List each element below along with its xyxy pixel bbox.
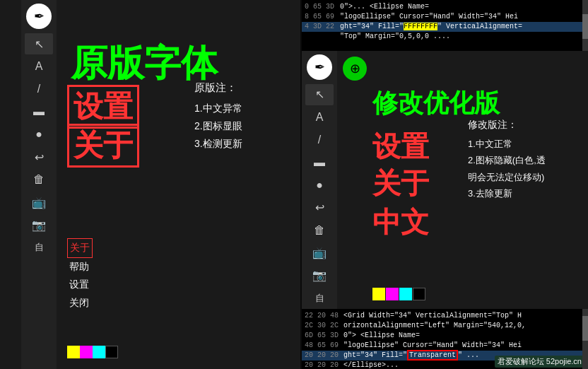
- left-menu-settings[interactable]: 设置: [67, 85, 139, 129]
- code-bottom-line-1: 22 20 48 <Grid Width="34" VerticalAlignm…: [302, 311, 588, 321]
- color-swatches: [67, 346, 118, 358]
- toolbar-self[interactable]: 自: [25, 237, 53, 258]
- left-note-1: 1.中文异常: [194, 100, 242, 117]
- right-note-3: 明会无法定位移动): [468, 169, 546, 185]
- toolbar-text[interactable]: A: [25, 56, 53, 77]
- swatch-cyan: [93, 346, 105, 358]
- right-app-logo: ✒: [307, 54, 332, 80]
- right-swatch-magenta: [386, 288, 399, 300]
- right-toolbar-self[interactable]: 自: [305, 288, 334, 309]
- bottom-menu-settings[interactable]: 设置: [67, 276, 93, 294]
- scrollbar-thumb[interactable]: [582, 14, 588, 39]
- left-panel: 有可用的更新 点击这里下载 忽略 ✒ ↖ A / ▬ ● ↩ 🗑 📺 📷 自 原…: [21, 0, 297, 369]
- bottom-menu-help[interactable]: 帮助: [67, 258, 93, 276]
- code-line-1: 0 65 3D 0">... <Ellipse Name=: [302, 2, 588, 12]
- swatch-magenta: [80, 346, 93, 358]
- right-toolbar-pen[interactable]: /: [305, 129, 334, 151]
- right-toolbar-camera[interactable]: 📷: [305, 265, 334, 286]
- code-line-3: 4 3D 22 ght="34" Fill="FFFFFFFF" Vertica…: [302, 22, 588, 32]
- right-swatch-cyan: [399, 288, 412, 300]
- right-toolbar-cursor[interactable]: ↖: [305, 84, 334, 105]
- bottom-menu-close[interactable]: 关闭: [67, 294, 93, 312]
- line-content-2: "logoEllipse" Cursor="Hand" Width="34" H…: [340, 12, 585, 22]
- code-line-2: 8 65 69 "logoEllipse" Cursor="Hand" Widt…: [302, 12, 588, 22]
- code-bottom-scrollbar[interactable]: [582, 309, 588, 369]
- right-toolbar-circle[interactable]: ●: [305, 175, 334, 196]
- swatch-yellow: [67, 346, 80, 358]
- toolbar-cursor[interactable]: ↖: [25, 33, 53, 54]
- toolbar-pen[interactable]: /: [25, 78, 53, 100]
- right-main-content: ⊕ 修改优化版 设置 关于 中文 修改版注： 1.中文正常 2.图标隐藏(白色,…: [337, 51, 588, 309]
- right-toolbar: ✒ ↖ A / ▬ ● ↩ 🗑 📺 📷 自: [302, 51, 337, 309]
- line-content-4: "Top" Margin="0,5,0,0 ....: [340, 32, 585, 42]
- toolbar-undo[interactable]: ↩: [25, 146, 53, 168]
- right-notes: 修改版注： 1.中文正常 2.图标隐藏(白色,透 明会无法定位移动) 3.去除更…: [468, 116, 546, 202]
- right-swatch-yellow: [372, 288, 385, 300]
- right-menu-about[interactable]: 关于: [372, 164, 429, 203]
- app-logo: ✒: [26, 4, 52, 29]
- left-note-2: 2.图标显眼: [194, 117, 242, 135]
- toolbar-tv[interactable]: 📺: [25, 192, 53, 213]
- right-swatch-black: [413, 288, 425, 300]
- right-content-area: ✒ ↖ A / ▬ ● ↩ 🗑 📺 📷 自 ⊕ 修改优化版 设置 关于 中文 修…: [302, 51, 588, 309]
- left-notes-title: 原版注：: [194, 78, 242, 97]
- right-toolbar-text[interactable]: A: [305, 107, 334, 128]
- toolbar-camera[interactable]: 📷: [25, 214, 53, 235]
- left-content: 原版字体 设置 关于 原版注： 1.中文异常 2.图标显眼 3.检测更新 关于 …: [57, 0, 297, 369]
- swatch-black: [105, 346, 118, 358]
- right-toolbar-line[interactable]: ▬: [305, 152, 334, 173]
- line-num-3: 4 3D 22: [305, 22, 340, 32]
- right-panel: 0 65 3D 0">... <Ellipse Name= 8 65 69 "l…: [302, 0, 588, 369]
- watermark: 君爱破解论坛 52pojie.cn: [495, 356, 584, 368]
- code-bottom-line-4: 48 65 69 "logoEllipse" Cursor="Hand" Wid…: [302, 341, 588, 351]
- left-toolbar: ✒ ↖ A / ▬ ● ↩ 🗑 📺 📷 自: [21, 0, 57, 369]
- code-bottom: 22 20 48 <Grid Width="34" VerticalAlignm…: [302, 309, 588, 369]
- code-top: 0 65 3D 0">... <Ellipse Name= 8 65 69 "l…: [302, 0, 588, 51]
- right-note-4: 3.去除更新: [468, 185, 546, 201]
- line-num-1: 0 65 3D: [305, 2, 340, 12]
- code-bottom-line-3: 6D 65 3D 0"> <Ellipse Name=: [302, 331, 588, 341]
- line-content-3: ght="34" Fill="FFFFFFFF" VerticalAlignme…: [340, 22, 585, 32]
- right-menu-chinese[interactable]: 中文: [372, 203, 429, 242]
- bottom-menu-about[interactable]: 关于: [67, 238, 93, 258]
- right-toolbar-undo[interactable]: ↩: [305, 197, 334, 218]
- toolbar-circle[interactable]: ●: [25, 124, 53, 145]
- right-notes-title: 修改版注：: [468, 116, 546, 134]
- line-content-1: 0">... <Ellipse Name=: [340, 2, 585, 12]
- bottom-menu: 关于 帮助 设置 关闭: [67, 238, 93, 312]
- right-note-1: 1.中文正常: [468, 136, 546, 152]
- right-menu-settings[interactable]: 设置: [372, 127, 429, 166]
- left-note-3: 3.检测更新: [194, 135, 242, 153]
- toolbar-delete[interactable]: 🗑: [25, 169, 53, 190]
- line-num-2: 8 65 69: [305, 12, 340, 22]
- right-note-2: 2.图标隐藏(白色,透: [468, 152, 546, 168]
- left-notes: 原版注： 1.中文异常 2.图标显眼 3.检测更新: [194, 78, 242, 153]
- toolbar-line[interactable]: ▬: [25, 101, 53, 122]
- code-top-scrollbar[interactable]: [582, 0, 588, 51]
- right-color-swatches: [372, 288, 425, 300]
- move-icon[interactable]: ⊕: [343, 57, 367, 81]
- right-toolbar-delete[interactable]: 🗑: [305, 220, 334, 241]
- code-bottom-scrollbar-thumb[interactable]: [582, 316, 588, 341]
- code-bottom-line-2: 2C 30 2C orizontalAlignment="Left" Margi…: [302, 321, 588, 331]
- right-toolbar-tv[interactable]: 📺: [305, 242, 334, 264]
- line-num-4: [305, 32, 340, 42]
- code-line-4: "Top" Margin="0,5,0,0 ....: [302, 32, 588, 42]
- left-menu-about[interactable]: 关于: [67, 124, 139, 168]
